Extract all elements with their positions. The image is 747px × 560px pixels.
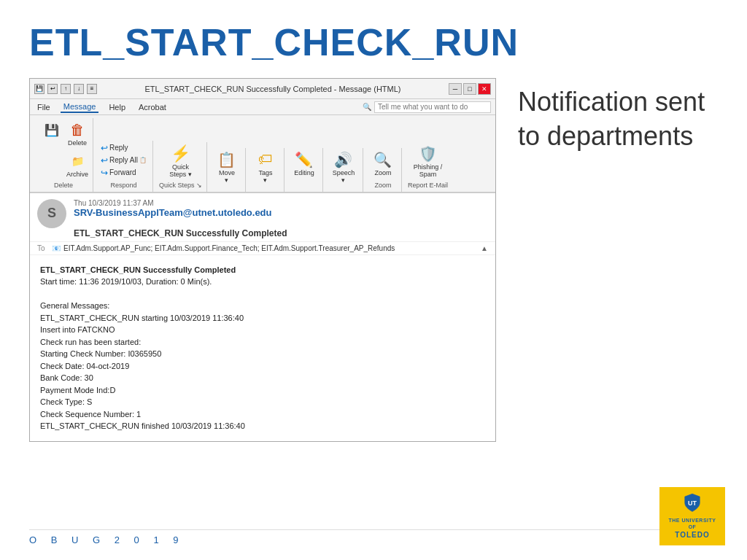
email-from: SRV-BusinessApplTeam@utnet.utoledo.edu <box>74 207 488 218</box>
editing-buttons: ✏️ Editing <box>290 148 318 187</box>
undo-btn[interactable]: ↩ <box>47 84 58 94</box>
delete-ribbon-btn[interactable]: 🗑 Delete <box>66 118 88 149</box>
delete-col: 🗑 Delete 📁 Archive <box>66 118 88 180</box>
quick-steps-group-label: Quick Steps ↘ <box>159 182 202 189</box>
ribbon: 💾 🗑 Delete 📁 Archive <box>30 115 495 193</box>
minimize-btn[interactable]: ─ <box>449 83 462 95</box>
ribbon-group-zoom: 🔍 Zoom Zoom <box>365 148 402 192</box>
notification-line1: Notification sent <box>518 87 705 117</box>
body-line-4: Insert into FATCKNO <box>40 324 485 336</box>
delete-group-label: Delete <box>54 182 73 189</box>
ribbon-group-move: 📋 Move▾ <box>209 148 246 192</box>
move-icon: 📋 <box>217 149 237 170</box>
phishing-btn[interactable]: 🛡️ Phishing /Spam <box>409 142 446 180</box>
menu-acrobat[interactable]: Acrobat <box>136 102 169 112</box>
speech-buttons: 🔊 Speech▾ <box>329 148 358 187</box>
save-ribbon-btn[interactable]: 💾 <box>39 118 65 141</box>
titlebar: 💾 ↩ ↑ ↓ ≡ ETL_START_CHECK_RUN Successful… <box>30 79 495 99</box>
ut-logo: UT THE UNIVERSITY OF TOLEDO <box>659 487 725 545</box>
forward-label: Forward <box>109 168 136 176</box>
search-icon: 🔍 <box>363 103 371 111</box>
phishing-label: Phishing /Spam <box>414 164 443 179</box>
menubar-search: 🔍 <box>363 101 491 113</box>
content-row: 💾 ↩ ↑ ↓ ≡ ETL_START_CHECK_RUN Successful… <box>29 78 718 522</box>
to-label: To <box>37 244 49 252</box>
zoom-buttons: 🔍 Zoom <box>369 148 397 180</box>
menubar: File Message Help Acrobat 🔍 <box>30 99 495 115</box>
ribbon-group-tags: 🏷 Tags▾ <box>247 148 285 192</box>
archive-label: Archive <box>66 171 88 179</box>
close-btn[interactable]: ✕ <box>478 83 491 95</box>
reply-icon: ↩ <box>101 143 108 153</box>
titlebar-controls: ─ □ ✕ <box>449 83 491 95</box>
phishing-buttons: 🛡️ Phishing /Spam <box>409 142 446 180</box>
body-gap <box>40 288 485 300</box>
reply-btn[interactable]: ↩ Reply <box>99 142 130 154</box>
archive-ribbon-btn[interactable]: 📁 Archive <box>66 149 88 180</box>
zoom-label: Zoom <box>374 170 391 177</box>
menu-help[interactable]: Help <box>106 102 128 112</box>
email-meta-details: Thu 10/3/2019 11:37 AM SRV-BusinessApplT… <box>74 199 488 218</box>
email-date: Thu 10/3/2019 11:37 AM <box>74 199 488 207</box>
body-line-3: ETL_START_CHECK_RUN starting 10/03/2019 … <box>40 312 485 324</box>
delete-group-buttons: 💾 🗑 Delete 📁 Archive <box>39 118 88 180</box>
logo-university: THE UNIVERSITY OF TOLEDO <box>665 517 719 540</box>
avatar: S <box>37 199 66 228</box>
menu-file[interactable]: File <box>34 102 53 112</box>
notification-text: Notification sent to departments <box>518 78 718 154</box>
expand-icon[interactable]: ▲ <box>481 244 488 252</box>
move-label: Move▾ <box>219 170 235 184</box>
zoom-icon: 🔍 <box>373 149 393 170</box>
titlebar-title: ETL_START_CHECK_RUN Successfully Complet… <box>101 85 444 93</box>
speech-icon: 🔊 <box>333 149 354 170</box>
archive-icon: 📁 <box>67 151 88 171</box>
editing-icon: ✏️ <box>294 149 314 170</box>
titlebar-buttons: 💾 ↩ ↑ ↓ ≡ <box>34 84 97 94</box>
body-line-10: Check Type: S <box>40 396 485 408</box>
ribbon-group-speech: 🔊 Speech▾ <box>325 148 363 192</box>
to-icon: 📧 <box>52 244 61 252</box>
svg-text:UT: UT <box>688 499 697 507</box>
body-line-9: Payment Mode Ind:D <box>40 384 485 397</box>
body-general: General Messages: <box>40 300 485 312</box>
ribbon-group-delete: 💾 🗑 Delete 📁 Archive <box>34 118 93 192</box>
email-header: S Thu 10/3/2019 11:37 AM SRV-BusinessApp… <box>30 193 495 242</box>
reply-all-extra: 📋 <box>139 157 147 163</box>
delete-label: Delete <box>68 140 87 147</box>
forward-btn[interactable]: ↪ Forward <box>99 167 138 179</box>
tags-btn[interactable]: 🏷 Tags▾ <box>252 148 279 186</box>
move-btn[interactable]: 📋 Move▾ <box>213 148 241 186</box>
delete-icon: 🗑 <box>67 120 88 140</box>
body-line-8: Bank Code: 30 <box>40 372 485 384</box>
slide-title: ETL_START_CHECK_RUN <box>29 22 718 63</box>
zoom-group-label: Zoom <box>374 182 391 189</box>
speech-btn[interactable]: 🔊 Speech▾ <box>329 148 358 186</box>
search-input[interactable] <box>374 101 491 113</box>
reply-all-icon: ↩ <box>101 155 108 166</box>
save-btn[interactable]: 💾 <box>34 84 44 94</box>
tags-icon: 🏷 <box>255 149 276 170</box>
logo-toledo: TOLEDO <box>675 531 709 539</box>
quick-steps-btn[interactable]: ⚡ QuickSteps ▾ <box>161 142 199 180</box>
body-line-11: Check Sequence Number: 1 <box>40 408 485 421</box>
body-line-7: Check Date: 04-oct-2019 <box>40 360 485 373</box>
down-btn[interactable]: ↓ <box>74 84 84 94</box>
email-meta: S Thu 10/3/2019 11:37 AM SRV-BusinessApp… <box>37 199 488 228</box>
speech-label: Speech▾ <box>333 170 355 184</box>
editing-label: Editing <box>294 170 314 177</box>
reply-all-btn[interactable]: ↩ Reply All 📋 <box>99 155 148 166</box>
ribbon-group-editing: ✏️ Editing <box>286 148 323 192</box>
redo-btn[interactable]: ↑ <box>61 84 71 94</box>
body-line-5: Check run has been started: <box>40 336 485 349</box>
zoom-btn[interactable]: 🔍 Zoom <box>369 148 397 179</box>
editing-btn[interactable]: ✏️ Editing <box>290 148 318 179</box>
maximize-btn[interactable]: □ <box>463 83 476 95</box>
ribbon-group-respond: ↩ Reply ↩ Reply All 📋 ↪ Forward <box>95 141 153 192</box>
menu-message[interactable]: Message <box>61 101 99 113</box>
to-addresses: EIT.Adm.Support.AP_Func; EIT.Adm.Support… <box>63 244 395 252</box>
email-body: ETL_START_CHECK_RUN Successfully Complet… <box>30 255 495 441</box>
quick-steps-label: QuickSteps ▾ <box>169 164 192 179</box>
menu-btn[interactable]: ≡ <box>87 84 97 94</box>
reply-label: Reply <box>109 144 128 152</box>
email-subject: ETL_START_CHECK_RUN Successfully Complet… <box>74 228 488 238</box>
